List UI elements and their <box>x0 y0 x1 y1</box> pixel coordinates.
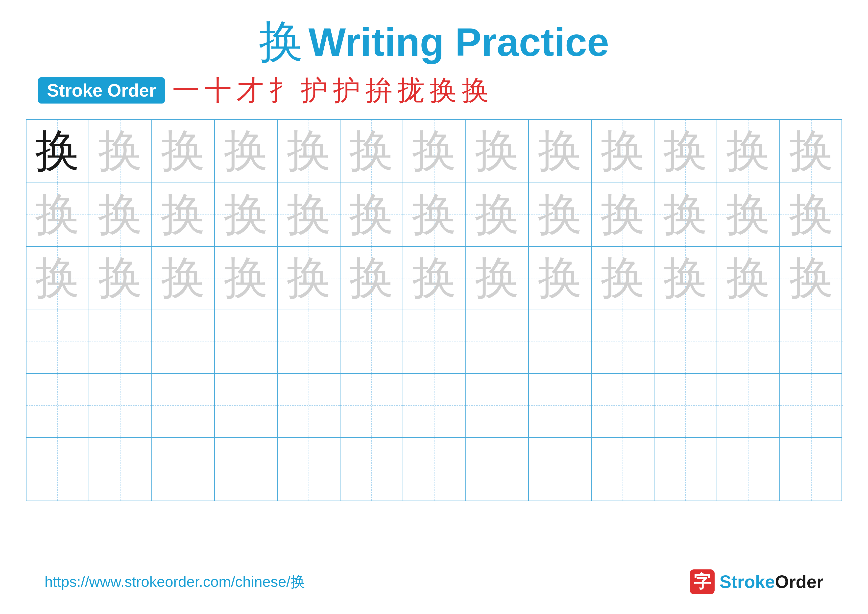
stroke-9: 换 <box>429 77 457 104</box>
practice-char: 换 <box>349 185 394 245</box>
grid-row-1: 换换换换换换换换换换换换换 <box>26 183 842 247</box>
practice-grid: 换换换换换换换换换换换换换换换换换换换换换换换换换换换换换换换换换换换换换换换 <box>26 119 842 501</box>
grid-cell: 换 <box>26 183 89 246</box>
grid-cell: 换 <box>89 183 152 246</box>
grid-cell: 换 <box>529 247 592 310</box>
stroke-order-badge: Stroke Order <box>38 77 165 104</box>
practice-char: 换 <box>726 248 770 308</box>
practice-char: 换 <box>663 185 708 245</box>
practice-char: 换 <box>161 121 205 181</box>
grid-cell: 换 <box>152 120 215 183</box>
grid-cell: 换 <box>780 183 843 246</box>
practice-char: 换 <box>600 248 645 308</box>
practice-char: 换 <box>475 248 519 308</box>
logo-text: StrokeOrder <box>719 572 823 592</box>
practice-char: 换 <box>726 121 770 181</box>
grid-cell <box>592 374 654 437</box>
grid-cell <box>152 310 215 373</box>
grid-cell: 换 <box>592 183 654 246</box>
practice-char: 换 <box>98 248 143 308</box>
grid-cell <box>89 310 152 373</box>
grid-cell: 换 <box>654 183 717 246</box>
grid-cell <box>403 310 466 373</box>
practice-char: 换 <box>224 248 268 308</box>
practice-char: 换 <box>475 121 519 181</box>
grid-cell: 换 <box>403 183 466 246</box>
practice-char: 换 <box>98 185 143 245</box>
practice-char: 换 <box>161 185 205 245</box>
practice-char: 换 <box>35 185 80 245</box>
practice-char: 换 <box>538 121 582 181</box>
grid-cell: 换 <box>529 120 592 183</box>
practice-char: 换 <box>224 121 268 181</box>
practice-char: 换 <box>600 121 645 181</box>
stroke-5: 护 <box>301 77 328 104</box>
stroke-10: 换 <box>462 77 489 104</box>
grid-cell <box>152 438 215 501</box>
grid-row-0: 换换换换换换换换换换换换换 <box>26 120 842 183</box>
practice-char: 换 <box>789 185 834 245</box>
grid-cell <box>780 310 843 373</box>
footer-url[interactable]: https://www.strokeorder.com/chinese/换 <box>45 572 305 592</box>
grid-cell <box>277 374 341 437</box>
practice-char: 换 <box>161 248 205 308</box>
practice-char: 换 <box>789 121 834 181</box>
grid-cell: 换 <box>215 120 277 183</box>
grid-cell <box>26 310 89 373</box>
grid-cell: 换 <box>89 120 152 183</box>
practice-char: 换 <box>726 185 770 245</box>
grid-cell <box>341 374 403 437</box>
stroke-4: 扌 <box>269 77 296 104</box>
logo-icon: 字 <box>690 569 715 594</box>
grid-cell <box>466 310 529 373</box>
grid-cell <box>466 438 529 501</box>
practice-char: 换 <box>35 248 80 308</box>
grid-cell <box>717 374 780 437</box>
footer-logo: 字 StrokeOrder <box>690 569 823 594</box>
grid-cell <box>277 310 341 373</box>
grid-row-2: 换换换换换换换换换换换换换 <box>26 247 842 311</box>
practice-char: 换 <box>412 121 457 181</box>
grid-cell: 换 <box>152 183 215 246</box>
grid-row-4 <box>26 374 842 438</box>
grid-cell: 换 <box>152 247 215 310</box>
grid-cell <box>152 374 215 437</box>
stroke-3: 才 <box>237 77 264 104</box>
grid-cell <box>215 438 277 501</box>
title-chinese-char: 换 <box>259 20 303 64</box>
grid-cell <box>277 438 341 501</box>
grid-cell: 换 <box>341 183 403 246</box>
practice-char: 换 <box>349 121 394 181</box>
grid-cell: 换 <box>654 120 717 183</box>
practice-char: 换 <box>663 248 708 308</box>
stroke-sequence: 一 十 才 扌 护 护 拚 拢 换 换 <box>172 77 489 104</box>
practice-char: 换 <box>538 185 582 245</box>
grid-cell: 换 <box>403 247 466 310</box>
practice-char: 换 <box>98 121 143 181</box>
page: 换 Writing Practice Stroke Order 一 十 才 扌 … <box>0 0 868 614</box>
logo-stroke: Stroke <box>719 572 775 592</box>
practice-char: 换 <box>349 248 394 308</box>
grid-cell <box>215 374 277 437</box>
grid-cell <box>403 438 466 501</box>
practice-char: 换 <box>287 121 331 181</box>
grid-cell: 换 <box>215 183 277 246</box>
title-area: 换 Writing Practice <box>259 20 609 64</box>
stroke-6: 护 <box>333 77 360 104</box>
grid-cell: 换 <box>780 120 843 183</box>
grid-cell <box>403 374 466 437</box>
grid-cell <box>89 374 152 437</box>
grid-cell: 换 <box>277 120 341 183</box>
grid-cell <box>529 374 592 437</box>
grid-cell <box>592 310 654 373</box>
grid-cell: 换 <box>341 120 403 183</box>
grid-cell: 换 <box>466 247 529 310</box>
grid-cell: 换 <box>89 247 152 310</box>
grid-cell <box>717 310 780 373</box>
stroke-2: 十 <box>205 77 232 104</box>
grid-cell: 换 <box>780 247 843 310</box>
grid-cell: 换 <box>466 120 529 183</box>
grid-cell: 换 <box>529 183 592 246</box>
grid-cell: 换 <box>403 120 466 183</box>
practice-char: 换 <box>412 248 457 308</box>
